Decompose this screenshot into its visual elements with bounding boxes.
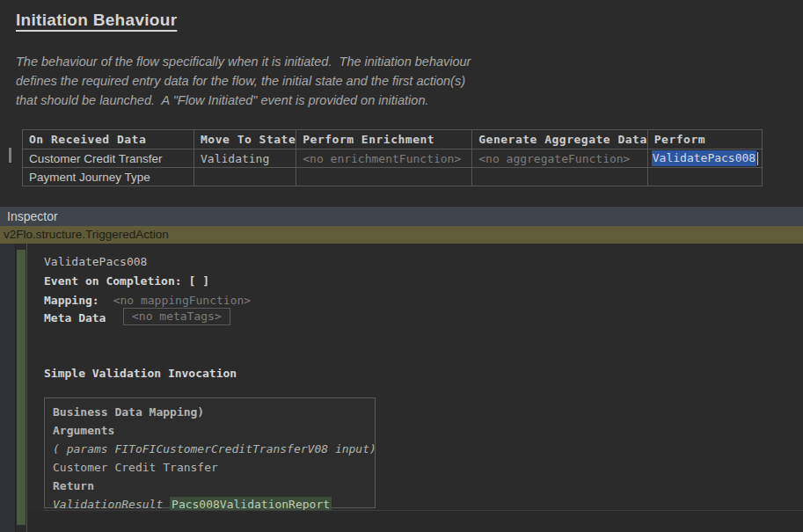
inspector-panel-header: Inspector <box>0 206 803 226</box>
arguments-value: Customer Credit Transfer <box>53 458 375 477</box>
section-title: Simple Validation Invocation <box>44 366 237 381</box>
cell-generate-aggregate-data[interactable] <box>472 168 648 186</box>
table-row: Customer Credit Transfer Validating <no … <box>23 149 763 168</box>
panel-divider <box>44 510 803 511</box>
mapping-row: Mapping:<no mappingFunction> <box>44 293 251 308</box>
initiation-behaviour-page: Initiation Behaviour The behaviour of th… <box>0 0 803 532</box>
cell-move-to-state[interactable]: Validating <box>194 149 296 168</box>
bottom-panel-area <box>27 511 803 532</box>
description-line: The behaviour of the flow specifically w… <box>16 53 471 72</box>
table-header-row: On Received Data Move To State Perform E… <box>23 130 763 149</box>
initiation-table: On Received Data Move To State Perform E… <box>22 129 763 186</box>
cell-generate-aggregate-data[interactable]: <no aggregateFunction> <box>472 149 648 168</box>
return-label: Return <box>53 477 375 495</box>
table-row: Payment Journey Type <box>23 168 763 186</box>
action-name: ValidatePacs008 <box>44 254 147 269</box>
arguments-label: Arguments <box>53 421 375 440</box>
page-title: Initiation Behaviour <box>16 11 177 30</box>
column-header-on-received-data: On Received Data <box>23 130 194 149</box>
description-line: defines the required entry data for the … <box>16 72 471 91</box>
event-on-completion-value[interactable]: [ ] <box>189 274 209 288</box>
return-type: ValidationResult <box>53 498 163 511</box>
event-on-completion-label: Event on Completion: <box>44 274 182 288</box>
column-header-generate-aggregate-data: Generate Aggregate Data <box>472 130 648 149</box>
change-marker-bar <box>17 250 26 525</box>
mapping-label: Mapping: <box>44 294 99 307</box>
cell-perform-enrichment[interactable] <box>296 168 472 186</box>
event-on-completion-row: Event on Completion:[ ] <box>44 273 209 288</box>
description-line: that should be launched. A "Flow Initiat… <box>16 91 471 111</box>
column-header-perform-enrichment: Perform Enrichment <box>296 130 472 149</box>
mapping-value[interactable]: <no mappingFunction> <box>113 294 252 307</box>
selected-row-marker <box>9 148 11 163</box>
text-caret <box>757 152 758 165</box>
arguments-signature: ( params FIToFICustomerCreditTransferV08… <box>53 440 375 458</box>
column-header-move-to-state: Move To State <box>194 130 296 149</box>
cell-perform[interactable] <box>647 168 762 186</box>
selected-cell-value[interactable]: ValidatePacs008 <box>652 150 756 166</box>
editor-gutter <box>0 244 16 532</box>
cell-on-received-data[interactable]: Payment Journey Type <box>23 168 194 186</box>
signature-title: Business Data Mapping) <box>53 403 375 421</box>
description-paragraph: The behaviour of the flow specifically w… <box>16 53 471 110</box>
meta-data-value-field[interactable]: <no metaTags> <box>123 308 230 325</box>
meta-data-label: Meta Data <box>44 310 106 325</box>
cell-perform-selected[interactable]: ValidatePacs008 <box>647 149 762 168</box>
column-header-perform: Perform <box>647 130 762 149</box>
cell-move-to-state[interactable] <box>194 168 296 186</box>
signature-box: Business Data Mapping) Arguments ( param… <box>44 397 376 508</box>
breadcrumb[interactable]: v2Flo.structure.TriggeredAction <box>0 226 803 244</box>
cell-perform-enrichment[interactable]: <no enrichmentFunction> <box>296 149 472 168</box>
cell-on-received-data[interactable]: Customer Credit Transfer <box>23 149 194 168</box>
indent-guide-line <box>26 244 27 532</box>
